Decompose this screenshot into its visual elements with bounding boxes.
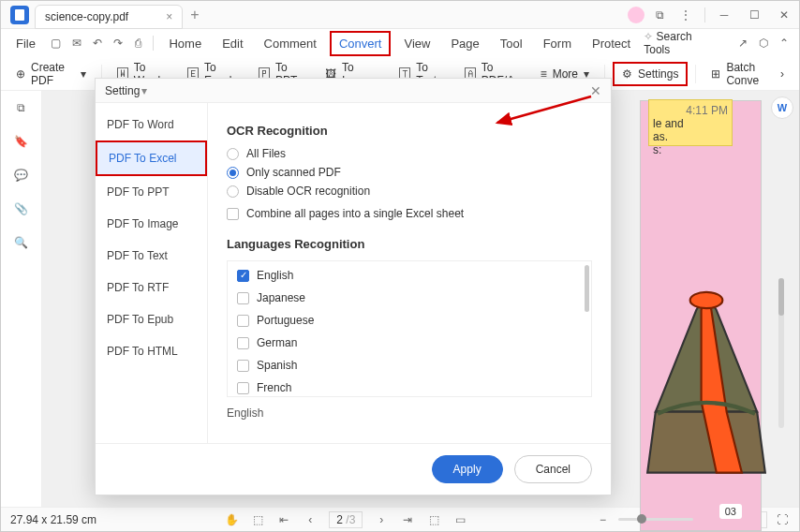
batch-convert-button[interactable]: ⊞ Batch Conve › (704, 57, 792, 91)
left-rail: ⧉ 🔖 💬 📎 🔍 (1, 91, 42, 507)
lang-english[interactable] (237, 270, 249, 282)
prev-page-icon[interactable]: ‹ (303, 512, 318, 527)
menu-edit[interactable]: Edit (215, 33, 250, 54)
radio-all-files[interactable] (227, 148, 239, 160)
menu-protect[interactable]: Protect (585, 33, 638, 54)
menubar: File ▢ ✉ ↶ ↷ ⎙ Home Edit Comment Convert… (1, 29, 799, 57)
fullscreen-icon[interactable]: ⛶ (775, 512, 790, 527)
lang-spanish[interactable] (237, 360, 249, 372)
dialog-main: OCR Recognition All Files Only scanned P… (208, 103, 611, 443)
fit-width-icon[interactable]: ⬚ (426, 512, 441, 527)
side-pdf-to-image[interactable]: PDF To Image (96, 208, 207, 240)
checkbox-combine-pages[interactable] (227, 208, 239, 220)
select-tool-icon[interactable]: ⬚ (250, 512, 265, 527)
lang-portuguese[interactable] (237, 315, 249, 327)
titlebar: science-copy.pdf × + ⧉ ⋮ ─ ☐ ✕ (1, 1, 799, 29)
vertical-scrollbar[interactable] (778, 278, 784, 428)
dialog-footer: Apply Cancel (96, 443, 611, 495)
language-list[interactable]: English Japanese Portuguese German Spani… (227, 260, 592, 397)
menu-home[interactable]: Home (161, 33, 209, 54)
dialog-header: Setting ▾ ✕ (96, 79, 611, 103)
svg-point-0 (690, 292, 723, 308)
zoom-out-icon[interactable]: − (596, 512, 611, 527)
side-pdf-to-word[interactable]: PDF To Word (96, 109, 207, 140)
document-tab[interactable]: science-copy.pdf × (35, 5, 183, 29)
external-icon[interactable]: ↗ (735, 36, 750, 51)
menu-view[interactable]: View (396, 33, 437, 54)
page-input[interactable]: 2 /3 (329, 511, 363, 528)
zoom-slider[interactable] (618, 518, 693, 521)
lang-section-title: Languages Recognition (227, 237, 592, 251)
dialog-sidebar: PDF To Word PDF To Excel PDF To PPT PDF … (96, 103, 208, 443)
page-number: 03 (719, 504, 742, 519)
side-pdf-to-rtf[interactable]: PDF To RTF (96, 272, 207, 303)
dialog-title: Setting (105, 84, 140, 97)
minimize-icon[interactable]: ─ (713, 4, 735, 26)
settings-button[interactable]: ⚙ Settings (613, 62, 688, 86)
print-icon[interactable]: ⎙ (131, 36, 146, 51)
side-pdf-to-html[interactable]: PDF To HTML (96, 335, 207, 367)
lang-french[interactable] (237, 382, 249, 394)
cancel-button[interactable]: Cancel (514, 455, 592, 483)
menu-file[interactable]: File (8, 33, 43, 54)
last-page-icon[interactable]: ⇥ (400, 512, 415, 527)
hand-tool-icon[interactable]: ✋ (224, 512, 239, 527)
menu-page[interactable]: Page (443, 33, 486, 54)
new-tab-icon[interactable]: + (190, 7, 199, 23)
menu-comment[interactable]: Comment (257, 33, 324, 54)
next-page-icon[interactable]: › (374, 512, 389, 527)
create-pdf-button[interactable]: ⊕ Create PDF ▾ (8, 57, 94, 91)
menu-tool[interactable]: Tool (493, 33, 530, 54)
fit-page-icon[interactable]: ▭ (452, 512, 467, 527)
settings-dialog: Setting ▾ ✕ PDF To Word PDF To Excel PDF… (95, 78, 612, 495)
thumbnails-icon[interactable]: ⧉ (14, 100, 29, 115)
side-pdf-to-ppt[interactable]: PDF To PPT (96, 176, 207, 208)
tab-close-icon[interactable]: × (166, 10, 172, 23)
cloud-icon[interactable]: ⬡ (756, 36, 771, 51)
lang-japanese[interactable] (237, 292, 249, 304)
ocr-section-title: OCR Recognition (227, 124, 592, 138)
first-page-icon[interactable]: ⇤ (276, 512, 291, 527)
radio-only-scanned[interactable] (227, 167, 239, 179)
share-icon[interactable]: ⧉ (652, 7, 667, 22)
tab-title: science-copy.pdf (45, 10, 128, 23)
lang-scrollbar[interactable] (585, 265, 589, 312)
sticky-note[interactable]: 4:11 PM le and as. s: (648, 99, 733, 146)
bookmark-icon[interactable]: 🔖 (14, 134, 29, 149)
app-icon (10, 6, 29, 24)
close-icon[interactable]: ✕ (773, 4, 795, 26)
redo-icon[interactable]: ↷ (111, 36, 126, 51)
chevron-up-icon[interactable]: ⌃ (777, 36, 792, 51)
page-preview: 4:11 PM le and as. s: 03 (640, 100, 762, 531)
menu-form[interactable]: Form (536, 33, 579, 54)
side-pdf-to-excel[interactable]: PDF To Excel (96, 140, 207, 176)
apply-button[interactable]: Apply (432, 455, 503, 483)
side-pdf-to-epub[interactable]: PDF To Epub (96, 303, 207, 335)
overflow-icon[interactable]: ⋮ (674, 4, 697, 26)
radio-disable-ocr[interactable] (227, 185, 239, 198)
dialog-close-icon[interactable]: ✕ (590, 83, 601, 98)
volcano-illustration (645, 270, 767, 513)
save-icon[interactable]: ▢ (49, 36, 64, 51)
maximize-icon[interactable]: ☐ (743, 4, 765, 26)
undo-icon[interactable]: ↶ (90, 36, 105, 51)
comments-icon[interactable]: 💬 (14, 168, 29, 183)
mail-icon[interactable]: ✉ (69, 36, 84, 51)
page-dimensions: 27.94 x 21.59 cm (10, 513, 96, 526)
selected-language-label: English (227, 406, 592, 420)
avatar-icon[interactable] (628, 7, 644, 23)
search-icon[interactable]: 🔍 (14, 235, 29, 250)
search-tools[interactable]: ✧ Search Tools (644, 30, 720, 56)
chevron-down-icon[interactable]: ▾ (141, 84, 147, 97)
side-pdf-to-text[interactable]: PDF To Text (96, 240, 207, 272)
menu-convert[interactable]: Convert (330, 31, 392, 56)
lang-german[interactable] (237, 337, 249, 349)
attachments-icon[interactable]: 📎 (14, 201, 29, 216)
word-badge-icon[interactable]: W (771, 96, 793, 119)
